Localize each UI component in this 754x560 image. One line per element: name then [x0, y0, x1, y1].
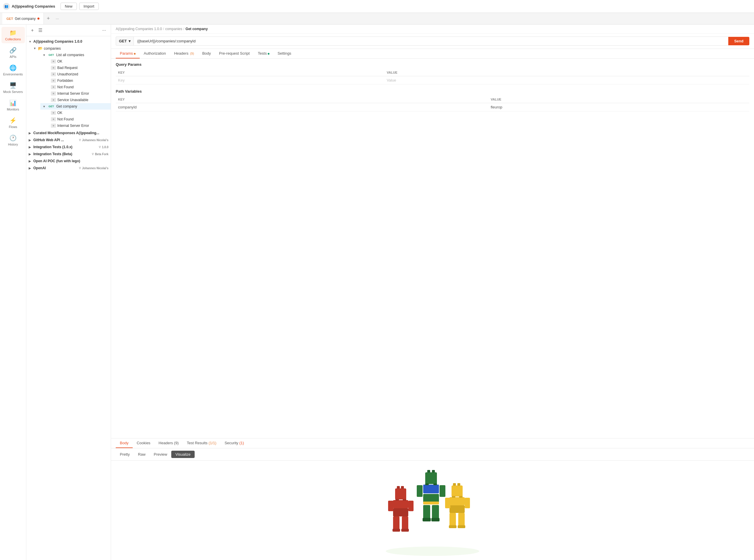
endpoint-list-all-row[interactable]: ▼ GET List all companies — [40, 52, 111, 58]
flows-icon: ⚡ — [9, 117, 17, 124]
request-tab-0[interactable]: GET Get company — [2, 13, 44, 24]
collection-openai-poc-row[interactable]: ▶ Open AI POC (fun with lego) — [26, 158, 111, 164]
query-params-placeholder-row: Key Value — [116, 76, 749, 84]
body-view-tab-raw[interactable]: Raw — [134, 451, 150, 458]
response-not-found-2[interactable]: ≡Not Found — [48, 116, 111, 122]
body-view-tab-visualize[interactable]: Visualize — [171, 451, 195, 458]
method-select[interactable]: GET ▾ — [116, 37, 134, 46]
response-ok-1[interactable]: ≡OK — [48, 58, 111, 65]
svg-rect-34 — [449, 525, 456, 528]
response-icon: ≡ — [51, 85, 56, 89]
response-forbidden[interactable]: ≡Forbidden — [48, 77, 111, 84]
left-panel-more-button[interactable]: ··· — [101, 27, 107, 34]
collection-github-label: GitHub Web API ... — [33, 138, 78, 142]
send-button[interactable]: Send — [728, 37, 749, 45]
filter-button[interactable]: ☰ — [37, 27, 43, 34]
req-tab-headers[interactable]: Headers (9) — [170, 49, 198, 58]
left-panel-header: + ☰ ··· — [26, 24, 111, 36]
add-collection-button[interactable]: + — [30, 27, 35, 34]
response-service-unavailable[interactable]: ≡Service Unavailable — [48, 97, 111, 103]
response-icon: ≡ — [51, 124, 56, 128]
collection-curated-row[interactable]: ▶ Curated MockResponses A(i)ppealing... — [26, 129, 111, 137]
app-title: A(i)ppealing Companies — [12, 4, 55, 8]
value-placeholder[interactable]: Value — [384, 76, 749, 84]
test-results-badge: (1/1) — [209, 441, 217, 445]
req-tab-params[interactable]: Params — [116, 49, 140, 58]
sidebar-item-environments[interactable]: 🌐 Environments — [1, 62, 25, 78]
response-not-found-1[interactable]: ≡Not Found — [48, 84, 111, 90]
collection-integrationbeta-label: Integration Tests (Beta) — [33, 152, 90, 156]
sidebar-item-collections[interactable]: 📁 Collections — [1, 27, 25, 43]
url-input[interactable] — [134, 37, 728, 46]
app-icon: 👥 — [3, 3, 10, 10]
response-icon: ≡ — [51, 117, 56, 121]
mock-servers-icon: 🖥️ — [9, 82, 17, 89]
app-name: 👥 A(i)ppealing Companies — [3, 3, 55, 10]
tab-more-button[interactable]: ··· — [53, 16, 62, 21]
key-col-header: KEY — [116, 69, 384, 76]
chevron-down-icon: ▼ — [29, 40, 32, 43]
value-col-header-pv: VALUE — [488, 96, 749, 103]
collection-openai-row[interactable]: ▶ OpenAI ⑂ Johannes Nicolai's — [26, 164, 111, 172]
response-icon: ≡ — [51, 66, 56, 70]
svg-rect-13 — [433, 483, 437, 485]
req-tab-tests[interactable]: Tests — [254, 49, 273, 58]
svg-rect-9 — [431, 518, 440, 521]
top-bar: 👥 A(i)ppealing Companies New Import — [0, 0, 754, 13]
new-button[interactable]: New — [61, 3, 77, 10]
response-ok-2[interactable]: ≡OK — [48, 109, 111, 116]
collection-aippealing-row[interactable]: ▼ A(i)ppealing Companies 1.0.0 — [26, 38, 111, 45]
resp-tab-cookies[interactable]: Cookies — [133, 438, 155, 448]
response-bad-request[interactable]: ≡Bad Request — [48, 65, 111, 71]
fork-label-integration10: 1.0.0 — [102, 145, 108, 149]
response-icon: ≡ — [51, 72, 56, 76]
req-tab-settings[interactable]: Settings — [273, 49, 296, 58]
response-internal-server-error-2[interactable]: ≡Internal Server Error — [48, 122, 111, 129]
key-placeholder[interactable]: Key — [116, 76, 384, 84]
svg-rect-27 — [451, 485, 463, 497]
svg-rect-8 — [423, 518, 431, 521]
breadcrumb-current: Get company — [186, 27, 208, 31]
path-variable-key-companyid[interactable]: companyId — [116, 103, 488, 112]
resp-tab-security[interactable]: Security (1) — [220, 438, 248, 448]
sidebar-label-collections: Collections — [5, 37, 21, 41]
response-unauthorized[interactable]: ≡Unauthorized — [48, 71, 111, 77]
sidebar-item-apis[interactable]: 🔗 APIs — [1, 44, 25, 61]
new-tab-button[interactable]: + — [44, 16, 53, 22]
resp-tab-body[interactable]: Body — [116, 438, 133, 448]
req-tab-authorization[interactable]: Authorization — [140, 49, 170, 58]
svg-rect-17 — [393, 500, 408, 508]
body-view-tab-preview[interactable]: Preview — [150, 451, 171, 458]
sidebar-item-flows[interactable]: ⚡ Flows — [1, 115, 25, 131]
sidebar-item-mock-servers[interactable]: 🖥️ Mock Servers — [1, 80, 25, 96]
query-params-title: Query Params — [116, 62, 749, 67]
chevron-right-icon: ▶ — [29, 139, 32, 142]
resp-tab-test-results[interactable]: Test Results (1/1) — [183, 438, 220, 448]
collection-github-row[interactable]: ▶ GitHub Web API ... ⑂ Johannes Nicolai'… — [26, 137, 111, 143]
import-button[interactable]: Import — [79, 3, 99, 10]
fork-icon: ⑂ — [79, 138, 81, 142]
body-view-tab-pretty[interactable]: Pretty — [116, 451, 134, 458]
response-internal-server-error-1[interactable]: ≡Internal Server Error — [48, 90, 111, 97]
svg-rect-0 — [425, 472, 437, 484]
folder-companies-row[interactable]: ▼ 📂 companies — [31, 45, 111, 52]
path-variable-value-companyid[interactable]: fleurop — [488, 103, 749, 112]
response-tabs: Body Cookies Headers (9) Test Results (1… — [111, 438, 754, 448]
endpoint-get-company-row[interactable]: ▼ GET Get company — [40, 103, 111, 109]
svg-rect-31 — [449, 505, 465, 513]
endpoint-get-company: ▼ GET Get company ≡OK ≡Not Found ≡Intern… — [31, 103, 111, 129]
req-tab-pre-request[interactable]: Pre-request Script — [215, 49, 254, 58]
chevron-right-icon: ▶ — [29, 160, 32, 163]
svg-rect-14 — [395, 488, 406, 500]
sidebar-label-environments: Environments — [3, 73, 23, 76]
sidebar-item-monitors[interactable]: 📊 Monitors — [1, 97, 25, 114]
req-tab-body[interactable]: Body — [198, 49, 215, 58]
endpoint-list-all-label: List all companies — [56, 53, 108, 57]
collection-integration10-row[interactable]: ▶ Integration Tests (1.0.x) ⑂ 1.0.0 — [26, 143, 111, 151]
svg-rect-15 — [397, 486, 400, 489]
svg-rect-39 — [459, 496, 463, 498]
collection-integrationbeta-row[interactable]: ▶ Integration Tests (Beta) ⑂ Beta Fork — [26, 151, 111, 158]
left-panel: + ☰ ··· ▼ A(i)ppealing Companies 1.0.0 ▼… — [26, 24, 111, 560]
resp-tab-headers[interactable]: Headers (9) — [155, 438, 183, 448]
sidebar-item-history[interactable]: 🕐 History — [1, 132, 25, 148]
